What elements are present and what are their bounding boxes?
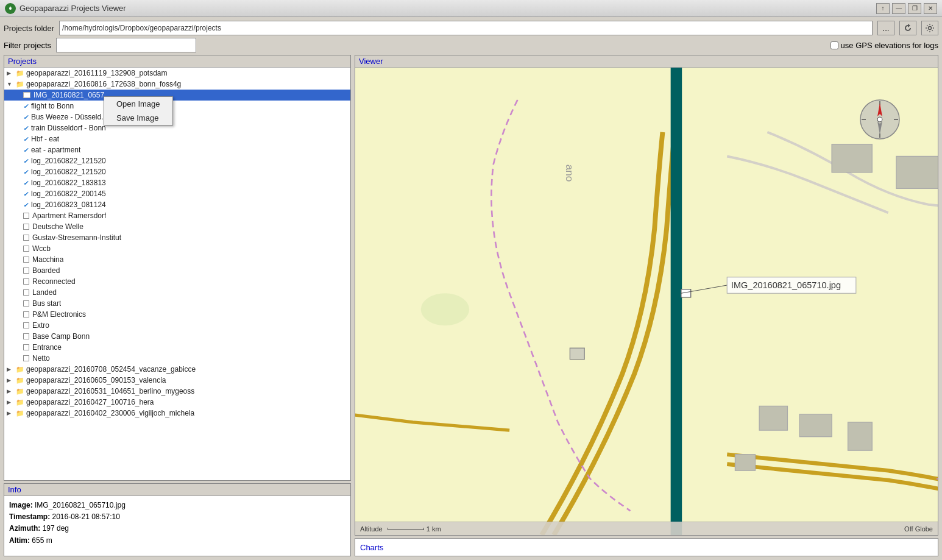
- map-container[interactable]: IMG_20160821_065710.jpg ia Fiume ano: [355, 68, 938, 535]
- title-bar: Geopaparazzi Projects Viewer ↑ — ❐ ✕: [0, 0, 942, 17]
- charts-link[interactable]: Charts: [360, 543, 383, 552]
- list-item[interactable]: ✓ log_20160822_183813: [4, 177, 350, 188]
- log-icon: ✓: [23, 158, 28, 165]
- right-panel: Viewer: [355, 55, 938, 556]
- list-item[interactable]: ✓ eat - apartment: [4, 144, 350, 155]
- project-label: geopaparazzi_20160531_104651_berlino_myg…: [26, 387, 194, 395]
- item-label: Bus Weeze - Düsseld...: [31, 113, 107, 121]
- list-item[interactable]: Wccb: [4, 243, 350, 254]
- list-item[interactable]: IMG_20160821_0657...: [4, 90, 350, 101]
- info-timestamp-value: 2016-08-21 08:57:10: [52, 512, 119, 521]
- item-label: Gustav-Stresemann-Institut: [32, 233, 121, 242]
- plain-note-icon: [23, 268, 29, 274]
- list-item[interactable]: Base Camp Bonn: [4, 331, 350, 342]
- scale-line: 1 km: [388, 525, 441, 533]
- list-item[interactable]: P&M Electronics: [4, 309, 350, 320]
- close-button[interactable]: ✕: [924, 3, 937, 14]
- list-item[interactable]: Reconnected: [4, 276, 350, 287]
- viewer-header: Viewer: [355, 55, 938, 68]
- note-icon: ✓: [23, 114, 28, 121]
- svg-rect-9: [759, 406, 787, 430]
- item-label: Hbf - eat: [31, 135, 59, 143]
- list-item[interactable]: ✓ flight to Bonn: [4, 101, 350, 112]
- list-item[interactable]: ✓ log_20160822_121520: [4, 166, 350, 177]
- list-item[interactable]: ▶ 📁 geopaparazzi_20160605_090153_valenci…: [4, 375, 350, 386]
- settings-button[interactable]: [921, 21, 938, 35]
- title-bar-right: ↑ — ❐ ✕: [876, 3, 937, 14]
- app-icon: [5, 3, 16, 14]
- plain-note-icon: [23, 344, 29, 350]
- filter-input[interactable]: [56, 38, 196, 52]
- image-item-label: IMG_20160821_0657...: [34, 91, 110, 99]
- item-label: Base Camp Bonn: [32, 332, 90, 341]
- projects-list[interactable]: ▶ 📁 geopaparazzi_20161119_132908_potsdam…: [4, 68, 350, 480]
- list-item[interactable]: Netto: [4, 353, 350, 364]
- viewer-section: Viewer: [355, 55, 938, 536]
- project-label: geopaparazzi_20160402_230006_vigiljoch_m…: [26, 409, 194, 417]
- plain-note-icon: [23, 355, 29, 361]
- list-item[interactable]: ✓ train Düsseldorf - Bonn: [4, 122, 350, 133]
- item-label: log_20160822_183813: [31, 179, 106, 187]
- maximize-button[interactable]: ↑: [876, 3, 890, 14]
- note-icon: ✓: [23, 147, 28, 154]
- image-item-icon: [23, 92, 30, 98]
- item-label: Landed: [32, 288, 57, 297]
- filter-label: Filter projects: [4, 41, 51, 50]
- context-menu-open-image[interactable]: Open Image: [104, 97, 172, 111]
- svg-point-29: [877, 117, 882, 122]
- item-label: Extro: [32, 321, 49, 330]
- svg-rect-5: [896, 156, 938, 188]
- expand-icon: ▶: [7, 399, 14, 405]
- list-item[interactable]: ✓ log_20160822_200145: [4, 188, 350, 199]
- context-menu-save-image[interactable]: Save Image: [104, 111, 172, 125]
- map-bottom-bar: Altitude 1 km Off Globe: [355, 522, 938, 535]
- expand-icon: ▶: [7, 410, 14, 416]
- list-item[interactable]: ▶ 📁 geopaparazzi_20160402_230006_vigiljo…: [4, 408, 350, 419]
- list-item[interactable]: Bus start: [4, 298, 350, 309]
- list-item[interactable]: ✓ log_20160823_081124: [4, 199, 350, 210]
- minimize-button[interactable]: —: [892, 3, 905, 14]
- altitude-label: Altitude: [360, 525, 383, 533]
- item-label: log_20160822_121520: [31, 157, 106, 165]
- log-icon: ✓: [23, 180, 28, 186]
- list-item[interactable]: Extro: [4, 320, 350, 331]
- gps-checkbox[interactable]: [830, 41, 838, 49]
- info-altim-line: Altim: 655 m: [9, 535, 345, 547]
- svg-rect-12: [735, 455, 755, 470]
- list-item[interactable]: Entrance: [4, 342, 350, 353]
- refresh-button[interactable]: [899, 21, 916, 35]
- list-item[interactable]: ✓ log_20160822_121520: [4, 155, 350, 166]
- body-area: Projects ▶ 📁 geopaparazzi_20161119_13290…: [4, 55, 938, 556]
- svg-text:ano: ano: [564, 165, 576, 182]
- item-label: Netto: [32, 354, 50, 363]
- list-item[interactable]: ▼ 📁 geopaparazzi_20160816_172638_bonn_fo…: [4, 79, 350, 90]
- list-item[interactable]: ✓ Hbf - eat: [4, 133, 350, 144]
- browse-button[interactable]: ...: [877, 21, 894, 35]
- info-azimuth-value: 197 deg: [43, 524, 69, 533]
- list-item[interactable]: ✓ Bus Weeze - Düsseld...: [4, 112, 350, 122]
- expand-icon: ▶: [7, 377, 14, 383]
- list-item[interactable]: Landed: [4, 287, 350, 298]
- project-label: geopaparazzi_20161119_132908_potsdam: [26, 69, 168, 77]
- svg-rect-15: [671, 68, 682, 535]
- project-label: geopaparazzi_20160708_052454_vacanze_gab…: [26, 365, 196, 374]
- list-item[interactable]: ▶ 📁 geopaparazzi_20160531_104651_berlino…: [4, 386, 350, 397]
- plain-note-icon: [23, 224, 29, 230]
- item-label: Apartment Ramersdorf: [32, 211, 106, 220]
- plain-note-icon: [23, 333, 29, 339]
- off-globe-label: Off Globe: [904, 525, 933, 533]
- info-timestamp-label: Timestamp:: [9, 512, 52, 521]
- list-item[interactable]: Macchina: [4, 254, 350, 265]
- list-item[interactable]: ▶ 📁 geopaparazzi_20160708_052454_vacanze…: [4, 364, 350, 375]
- plain-note-icon: [23, 322, 29, 328]
- restore-button[interactable]: ❐: [908, 3, 921, 14]
- folder-path-input[interactable]: [59, 21, 873, 35]
- list-item[interactable]: ▶ 📁 geopaparazzi_20161119_132908_potsdam: [4, 68, 350, 79]
- list-item[interactable]: Gustav-Stresemann-Institut: [4, 232, 350, 243]
- expand-icon: ▶: [7, 388, 14, 394]
- list-item[interactable]: Apartment Ramersdorf: [4, 210, 350, 221]
- list-item[interactable]: Deutsche Welle: [4, 221, 350, 232]
- list-item[interactable]: ▶ 📁 geopaparazzi_20160427_100716_hera: [4, 397, 350, 408]
- folder-icon: 📁: [16, 388, 24, 395]
- list-item[interactable]: Boarded: [4, 265, 350, 276]
